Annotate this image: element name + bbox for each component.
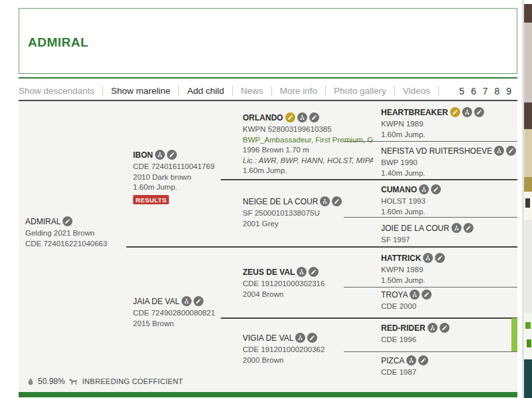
pedigree-icon[interactable] <box>406 355 416 365</box>
pedigree-cell-neige-de-la-cour: NEIGE DE LA COUR SF 25000101338075U 2001… <box>243 196 342 229</box>
background-peek-block <box>524 102 532 129</box>
edit-icon[interactable] <box>431 184 441 194</box>
horse-name-link[interactable]: HEARTBREAKER <box>381 108 448 117</box>
horse-detail: HOLST 1993 <box>381 196 441 207</box>
edit-icon[interactable] <box>474 107 484 117</box>
horse-name-link[interactable]: HATTRICK <box>381 254 421 263</box>
pedigree-icon[interactable] <box>297 267 307 277</box>
horse-name-link[interactable]: ORLANDO <box>243 113 283 122</box>
menu-photo-gallery[interactable]: Photo gallery <box>326 86 395 96</box>
inbreeding-label: INBREEDING COEFFICIENT <box>82 377 183 385</box>
pedigree-icon[interactable] <box>297 112 307 122</box>
pedigree-icon[interactable] <box>295 333 305 343</box>
edit-icon[interactable] <box>422 290 432 299</box>
pedigree-cell-vigia-de-val: VIGIA DE VAL CDE 191201000200362 2000 Br… <box>243 332 325 365</box>
pedigree-icon[interactable] <box>428 323 438 333</box>
horse-name-link[interactable]: PIZCA <box>381 356 404 365</box>
edit-icon[interactable] <box>194 296 203 306</box>
page: ADMIRAL Show descendants Show mareline A… <box>0 0 532 398</box>
pedigree-divider <box>126 246 517 248</box>
horse-detail: SF 1997 <box>381 235 473 246</box>
horse-detail: CDE 191201000302316 <box>243 279 325 290</box>
horse-name-link[interactable]: TROYA <box>381 290 408 299</box>
horse-detail: 1.40m Jump. <box>381 168 516 179</box>
pedigree-cell-troya: TROYA CDE 2000 <box>381 289 432 312</box>
premium-edit-icon[interactable] <box>450 107 460 117</box>
background-peek-block <box>524 177 532 192</box>
horse-name-link[interactable]: RED-RIDER <box>381 323 426 333</box>
edit-icon[interactable] <box>307 333 317 343</box>
horse-name-link[interactable]: ADMIRAL <box>25 217 61 226</box>
pedigree-icon[interactable] <box>462 107 472 117</box>
background-peek-block <box>524 359 532 398</box>
horse-header-card: ADMIRAL <box>19 8 517 74</box>
background-peek-block <box>524 129 532 177</box>
horse-detail: CDE 1996 <box>381 335 450 345</box>
horse-name-link[interactable]: JOIE DE LA COUR <box>381 224 450 233</box>
menu-add-child[interactable]: Add child <box>179 86 233 96</box>
pedigree-icon[interactable] <box>494 146 504 156</box>
menu-more-info[interactable]: More info <box>272 86 326 96</box>
horse-detail: 2015 Brown <box>133 319 215 329</box>
edit-icon[interactable] <box>332 196 342 206</box>
pedigree-cell-admiral: ADMIRAL Gelding 2021 Brown CDE 724016221… <box>25 216 107 249</box>
horse-detail: CDE 724902800080821 <box>133 308 215 319</box>
menu-show-mareline[interactable]: Show mareline <box>103 86 179 96</box>
premium-edit-icon[interactable] <box>285 112 295 122</box>
generation-pagination[interactable]: 5 6 7 8 9 <box>460 86 518 97</box>
results-badge[interactable]: RESULTS <box>133 195 169 204</box>
edit-icon[interactable] <box>167 150 177 160</box>
horse-detail: SF 25000101338075U <box>243 208 342 219</box>
pedigree-cell-jaia-de-val: JAIA DE VAL CDE 724902800080821 2015 Bro… <box>133 296 215 329</box>
horse-name-link[interactable]: NEIGE DE LA COUR <box>243 197 318 206</box>
pedigree-divider <box>221 317 517 319</box>
pedigree-icon[interactable] <box>452 223 462 233</box>
pedigree-icon[interactable] <box>182 296 192 306</box>
background-peek-block <box>524 192 532 220</box>
edit-icon[interactable] <box>435 253 445 263</box>
horse-name-link[interactable]: NEFISTA VD RUITERSHOEVE <box>381 146 492 156</box>
menu-news[interactable]: News <box>233 86 272 96</box>
pedigree-icon[interactable] <box>320 196 330 206</box>
pedigree-cell-joie-de-la-cour: JOIE DE LA COUR SF 1997 <box>381 222 473 246</box>
pedigree-icon[interactable] <box>410 290 420 299</box>
horse-detail: 2000 Brown <box>243 355 325 366</box>
horse-detail: Gelding 2021 Brown <box>25 228 107 239</box>
edit-icon[interactable] <box>63 216 72 226</box>
edit-icon[interactable] <box>309 267 319 277</box>
pedigree-icon[interactable] <box>155 150 165 160</box>
horse-detail: CDE 724016221040663 <box>25 239 107 250</box>
pedigree-cell-red-rider: RED-RIDER CDE 1996 <box>381 322 450 345</box>
horse-icon <box>68 377 79 386</box>
pedigree-cell-zeus-de-val: ZEUS DE VAL CDE 191201000302316 2004 Bro… <box>243 266 325 299</box>
inbreeding-footer: 50.98% INBREEDING COEFFICIENT <box>27 377 183 386</box>
horse-detail: CDE 191201000200362 <box>243 345 325 355</box>
edit-icon[interactable] <box>440 323 450 333</box>
horse-detail: CDE 2000 <box>381 301 432 312</box>
pedigree-icon[interactable] <box>423 253 433 263</box>
horse-detail: CDE 724016110041769 <box>133 162 215 172</box>
horse-detail: KWPN 1989 <box>381 265 445 276</box>
background-peek-block <box>524 23 532 102</box>
horse-detail-studbook: BWP_Ambassadeur, First Premium, G-label <box>243 135 373 146</box>
pedigree-icon[interactable] <box>419 184 429 194</box>
menu-show-descendants[interactable]: Show descendants <box>19 86 103 96</box>
horse-name-link[interactable]: IBON <box>133 150 153 160</box>
horse-detail: 1996 Brown 1.70 m <box>243 145 373 156</box>
horse-detail-licenses: Lic.: AWR, BWP, HANN, HOLST, MIPAAF, OS,… <box>243 156 373 166</box>
menu-videos[interactable]: Videos <box>395 86 439 96</box>
horse-name-link[interactable]: VIGIA DE VAL <box>243 333 293 343</box>
highlight-bar <box>511 318 517 351</box>
edit-icon[interactable] <box>418 355 428 365</box>
page-title: ADMIRAL <box>28 35 88 50</box>
horse-name-link[interactable]: JAIA DE VAL <box>133 297 180 306</box>
blood-drop-icon <box>27 377 35 385</box>
edit-icon[interactable] <box>464 223 473 233</box>
pedigree-cell-cumano: CUMANO HOLST 1993 1.60m Jump. <box>381 184 441 217</box>
edit-icon[interactable] <box>506 146 516 156</box>
pedigree-cell-heartbreaker: HEARTBREAKER KWPN 1989 1.60m Jump. <box>381 106 484 140</box>
edit-icon[interactable] <box>309 112 319 122</box>
horse-detail: CDE 1987 <box>381 367 428 378</box>
horse-name-link[interactable]: ZEUS DE VAL <box>243 268 295 277</box>
horse-name-link[interactable]: CUMANO <box>381 185 417 194</box>
